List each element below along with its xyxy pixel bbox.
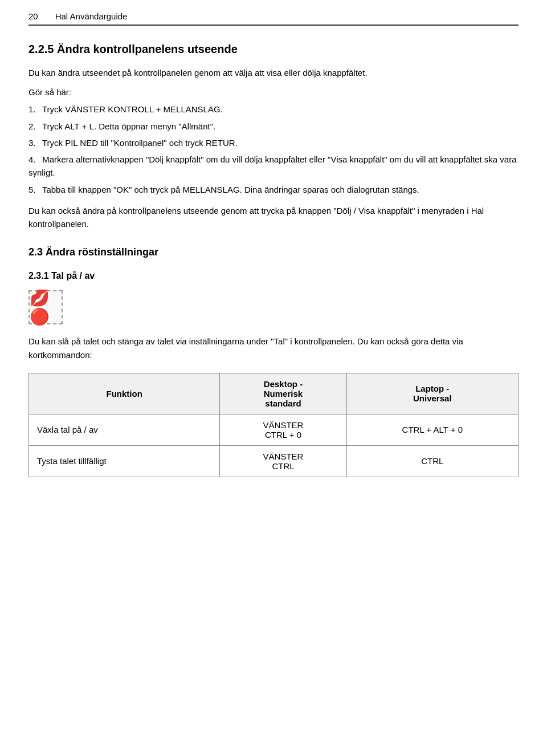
- section-2-2-5: 2.2.5 Ändra kontrollpanelens utseende Du…: [28, 43, 519, 230]
- step-1-number: 1.: [28, 103, 40, 116]
- section-2-3-heading: 2.3 Ändra röstinställningar: [28, 246, 519, 258]
- col-header-laptop: Laptop -Universal: [346, 373, 518, 414]
- page-title: Hal Användarguide: [55, 11, 128, 21]
- col-header-funktion: Funktion: [29, 373, 220, 414]
- section-2-2-5-heading: 2.2.5 Ändra kontrollpanelens utseende: [28, 43, 519, 56]
- steps-intro: Gör så här:: [28, 87, 519, 97]
- step-2-text: Tryck ALT + L. Detta öppnar menyn "Allmä…: [42, 121, 215, 131]
- shortcuts-table: Funktion Desktop -Numeriskstandard Lapto…: [28, 373, 519, 477]
- row-2-function: Tysta talet tillfälligt: [29, 445, 220, 477]
- section-2-3-1: 2.3.1 Tal på / av 💋🔴 Du kan slå på talet…: [28, 271, 519, 477]
- step-3-number: 3.: [28, 136, 40, 149]
- section-2-3-1-description: Du kan slå på talet och stänga av talet …: [28, 335, 519, 361]
- steps-list: 1. Tryck VÄNSTER KONTROLL + MELLANSLAG. …: [28, 103, 519, 196]
- step-3: 3. Tryck PIL NED till "Kontrollpanel" oc…: [28, 136, 519, 149]
- step-4: 4. Markera alternativknappen "Dölj knapp…: [28, 153, 519, 180]
- table-header: Funktion Desktop -Numeriskstandard Lapto…: [29, 373, 519, 414]
- step-4-number: 4.: [28, 153, 40, 166]
- lips-icon: 💋🔴: [30, 288, 62, 326]
- table-header-row: Funktion Desktop -Numeriskstandard Lapto…: [29, 373, 519, 414]
- section-2-2-5-extra: Du kan också ändra på kontrollpanelens u…: [28, 204, 519, 231]
- row-2-laptop: CTRL: [346, 445, 518, 477]
- col-header-desktop: Desktop -Numeriskstandard: [220, 373, 346, 414]
- step-2-number: 2.: [28, 120, 40, 133]
- row-1-laptop: CTRL + ALT + 0: [346, 414, 518, 445]
- row-2-desktop: VÄNSTERCTRL: [220, 445, 346, 477]
- page-container: 20 Hal Användarguide 2.2.5 Ändra kontrol…: [0, 0, 547, 511]
- page-header: 20 Hal Användarguide: [28, 11, 519, 26]
- step-2: 2. Tryck ALT + L. Detta öppnar menyn "Al…: [28, 120, 519, 133]
- row-1-desktop: VÄNSTERCTRL + 0: [220, 414, 346, 445]
- table-row: Växla tal på / av VÄNSTERCTRL + 0 CTRL +…: [29, 414, 519, 445]
- step-3-text: Tryck PIL NED till "Kontrollpanel" och t…: [42, 138, 238, 148]
- page-number: 20: [28, 11, 38, 21]
- step-4-text: Markera alternativknappen "Dölj knappfäl…: [28, 155, 516, 177]
- row-1-function: Växla tal på / av: [29, 414, 220, 445]
- step-1: 1. Tryck VÄNSTER KONTROLL + MELLANSLAG.: [28, 103, 519, 116]
- step-5-number: 5.: [28, 183, 40, 196]
- step-5-text: Tabba till knappen "OK" och tryck på MEL…: [42, 185, 419, 194]
- section-2-2-5-intro: Du kan ändra utseendet på kontrollpanele…: [28, 66, 519, 79]
- section-2-3: 2.3 Ändra röstinställningar: [28, 246, 519, 258]
- step-1-text: Tryck VÄNSTER KONTROLL + MELLANSLAG.: [42, 104, 223, 114]
- speech-icon-box: 💋🔴: [28, 290, 63, 324]
- section-2-3-1-heading: 2.3.1 Tal på / av: [28, 271, 519, 281]
- table-row: Tysta talet tillfälligt VÄNSTERCTRL CTRL: [29, 445, 519, 477]
- step-5: 5. Tabba till knappen "OK" och tryck på …: [28, 183, 519, 196]
- table-body: Växla tal på / av VÄNSTERCTRL + 0 CTRL +…: [29, 414, 519, 477]
